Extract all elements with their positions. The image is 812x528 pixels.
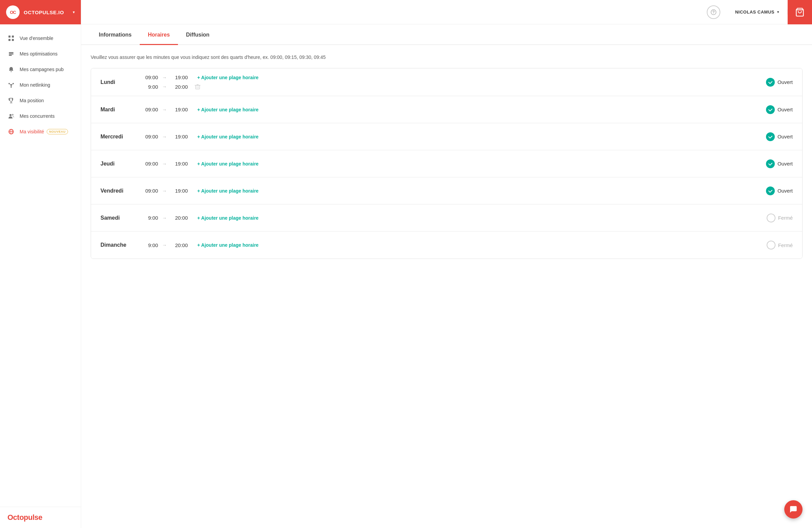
jeudi-add-slot[interactable]: + Ajouter une plage horaire — [197, 161, 259, 167]
mercredi-from-1: 09:00 — [141, 134, 158, 140]
tab-informations[interactable]: Informations — [91, 24, 140, 45]
cart-button[interactable] — [788, 0, 812, 24]
network-icon — [8, 81, 15, 89]
svg-point-15 — [12, 114, 14, 116]
tabs-bar: Informations Horaires Diffusion — [81, 24, 812, 45]
lundi-add-slot-1[interactable]: + Ajouter une plage horaire — [197, 75, 259, 80]
sidebar: OC OCTOPULSE.IO ▾ Vue d'ensemble — [0, 0, 81, 528]
svg-rect-1 — [12, 35, 14, 38]
sidebar-item-mes-campagnes-pub[interactable]: Mes campagnes pub — [0, 61, 81, 77]
logo-circle: OC — [6, 5, 20, 19]
mardi-to-1: 19:00 — [171, 106, 188, 112]
schedule-row-samedi: Samedi 9:00 → 20:00 + Ajouter une plage … — [91, 204, 802, 231]
mercredi-status: Ouvert — [755, 132, 793, 141]
jeudi-status: Ouvert — [755, 159, 793, 168]
brand-name: OCTOPULSE.IO — [24, 10, 69, 15]
schedule-row-vendredi: Vendredi 09:00 → 19:00 + Ajouter une pla… — [91, 177, 802, 204]
samedi-slot-1: 9:00 → 20:00 + Ajouter une plage horaire — [141, 215, 755, 221]
sidebar-nav: Vue d'ensemble Mes optimisations Mes cam… — [0, 24, 81, 507]
mardi-add-slot[interactable]: + Ajouter une plage horaire — [197, 107, 259, 112]
sidebar-label-ma-visibilite: Ma visibilité NOUVEAU — [20, 129, 68, 134]
empty-circle-dimanche — [767, 241, 775, 249]
samedi-slots: 9:00 → 20:00 + Ajouter une plage horaire — [141, 215, 755, 221]
vendredi-to-1: 19:00 — [171, 188, 188, 194]
sidebar-label-mes-optimisations: Mes optimisations — [20, 51, 58, 57]
svg-point-20 — [713, 13, 714, 14]
dimanche-slots: 9:00 → 20:00 + Ajouter une plage horaire — [141, 242, 755, 248]
mardi-slot-1: 09:00 → 19:00 + Ajouter une plage horair… — [141, 106, 755, 112]
tag-icon — [8, 50, 15, 58]
globe-icon — [8, 128, 15, 135]
svg-rect-21 — [195, 85, 200, 89]
sidebar-item-mon-netlinking[interactable]: Mon netlinking — [0, 77, 81, 93]
sidebar-label-mes-concurrents: Mes concurrents — [20, 113, 55, 119]
jeudi-to-1: 19:00 — [171, 161, 188, 167]
schedule-row-dimanche: Dimanche 9:00 → 20:00 + Ajouter une plag… — [91, 231, 802, 259]
sidebar-label-mon-netlinking: Mon netlinking — [20, 82, 50, 88]
trophy-icon — [8, 97, 15, 104]
jeudi-status-label: Ouvert — [778, 161, 793, 167]
username-label: NICOLAS CAMUS — [735, 10, 774, 15]
svg-rect-6 — [9, 55, 12, 56]
grid-icon — [8, 34, 15, 42]
check-circle-lundi — [766, 78, 775, 87]
delete-lundi-slot-2[interactable] — [194, 84, 201, 90]
vendredi-status: Ouvert — [755, 186, 793, 195]
day-dimanche: Dimanche — [101, 242, 141, 248]
svg-point-14 — [10, 114, 12, 116]
schedule-card: Lundi 09:00 → 19:00 + Ajouter une plage … — [91, 68, 802, 259]
tab-horaires[interactable]: Horaires — [140, 24, 178, 45]
empty-circle-samedi — [767, 214, 775, 223]
samedi-status: Fermé — [755, 214, 793, 223]
schedule-row-lundi: Lundi 09:00 → 19:00 + Ajouter une plage … — [91, 68, 802, 96]
dimanche-add-slot[interactable]: + Ajouter une plage horaire — [197, 242, 259, 248]
jeudi-slots: 09:00 → 19:00 + Ajouter une plage horair… — [141, 161, 755, 167]
tab-diffusion[interactable]: Diffusion — [178, 24, 218, 45]
svg-rect-4 — [9, 52, 14, 53]
sidebar-label-mes-campagnes-pub: Mes campagnes pub — [20, 67, 63, 72]
mardi-slots: 09:00 → 19:00 + Ajouter une plage horair… — [141, 106, 755, 112]
user-menu[interactable]: NICOLAS CAMUS ▾ — [727, 10, 788, 15]
check-circle-vendredi — [766, 186, 775, 195]
mardi-from-1: 09:00 — [141, 106, 158, 112]
sidebar-item-vue-ensemble[interactable]: Vue d'ensemble — [0, 30, 81, 46]
arrow-icon: → — [162, 107, 167, 112]
sidebar-label-ma-position: Ma position — [20, 98, 44, 103]
sidebar-item-ma-position[interactable]: Ma position — [0, 93, 81, 108]
lundi-status-label: Ouvert — [778, 79, 793, 85]
day-lundi: Lundi — [101, 79, 141, 85]
arrow-icon: → — [162, 242, 167, 248]
lundi-to-2: 20:00 — [171, 84, 188, 90]
svg-rect-2 — [9, 39, 11, 41]
dimanche-status-label: Fermé — [778, 242, 793, 248]
mercredi-add-slot[interactable]: + Ajouter une plage horaire — [197, 134, 259, 140]
sidebar-item-ma-visibilite[interactable]: Ma visibilité NOUVEAU — [0, 124, 81, 140]
samedi-from-1: 9:00 — [141, 215, 158, 221]
chat-button[interactable] — [784, 500, 802, 518]
svg-rect-5 — [9, 54, 14, 55]
lundi-slots: 09:00 → 19:00 + Ajouter une plage horair… — [141, 74, 755, 90]
help-button[interactable] — [707, 5, 720, 19]
topbar: NICOLAS CAMUS ▾ — [81, 0, 812, 24]
footer-logo: Octopulse — [8, 513, 73, 522]
arrow-icon: → — [162, 188, 167, 194]
dimanche-slot-1: 9:00 → 20:00 + Ajouter une plage horaire — [141, 242, 755, 248]
samedi-status-label: Fermé — [778, 215, 793, 221]
vendredi-status-label: Ouvert — [778, 188, 793, 194]
vendredi-add-slot[interactable]: + Ajouter une plage horaire — [197, 188, 259, 194]
sidebar-footer: Octopulse — [0, 507, 81, 528]
sidebar-item-mes-concurrents[interactable]: Mes concurrents — [0, 108, 81, 124]
vendredi-from-1: 09:00 — [141, 188, 158, 194]
schedule-row-mercredi: Mercredi 09:00 → 19:00 + Ajouter une pla… — [91, 123, 802, 150]
lundi-slot-1: 09:00 → 19:00 + Ajouter une plage horair… — [141, 74, 755, 80]
jeudi-slot-1: 09:00 → 19:00 + Ajouter une plage horair… — [141, 161, 755, 167]
lundi-status: Ouvert — [755, 78, 793, 87]
svg-rect-3 — [12, 39, 14, 41]
arrow-icon-2: → — [162, 84, 167, 89]
content-area: Informations Horaires Diffusion Veuillez… — [81, 24, 812, 528]
day-mardi: Mardi — [101, 106, 141, 113]
mercredi-status-label: Ouvert — [778, 134, 793, 140]
sidebar-item-mes-optimisations[interactable]: Mes optimisations — [0, 46, 81, 61]
sidebar-chevron-icon[interactable]: ▾ — [73, 10, 75, 15]
samedi-add-slot[interactable]: + Ajouter une plage horaire — [197, 215, 259, 221]
